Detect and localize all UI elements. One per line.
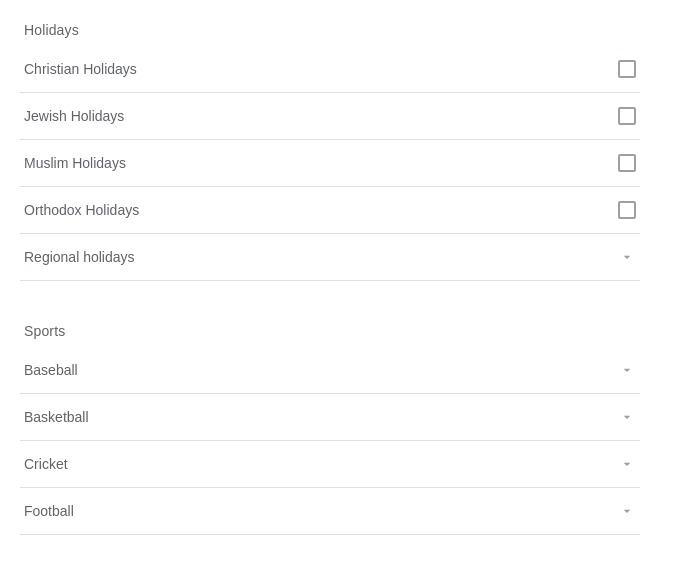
baseball-chevron-icon [618,361,636,379]
section-gap [20,281,640,311]
orthodox-holidays-label: Orthodox Holidays [24,202,139,218]
muslim-holidays-item[interactable]: Muslim Holidays [20,140,640,187]
sports-section: Sports Baseball Basketball Cricket [20,311,640,535]
holidays-section-title: Holidays [20,10,640,46]
football-chevron-icon [618,502,636,520]
muslim-holidays-checkbox[interactable] [618,154,636,172]
regional-holidays-item[interactable]: Regional holidays [20,234,640,281]
basketball-item[interactable]: Basketball [20,394,640,441]
christian-holidays-item[interactable]: Christian Holidays [20,46,640,93]
basketball-label: Basketball [24,409,89,425]
orthodox-holidays-item[interactable]: Orthodox Holidays [20,187,640,234]
holidays-section: Holidays Christian Holidays Jewish Holid… [20,10,640,281]
basketball-chevron-icon [618,408,636,426]
muslim-holidays-label: Muslim Holidays [24,155,126,171]
cricket-item[interactable]: Cricket [20,441,640,488]
christian-holidays-label: Christian Holidays [24,61,137,77]
football-label: Football [24,503,74,519]
sports-section-title: Sports [20,311,640,347]
cricket-label: Cricket [24,456,68,472]
baseball-item[interactable]: Baseball [20,347,640,394]
jewish-holidays-checkbox[interactable] [618,107,636,125]
jewish-holidays-item[interactable]: Jewish Holidays [20,93,640,140]
cricket-chevron-icon [618,455,636,473]
main-container: Holidays Christian Holidays Jewish Holid… [0,0,660,545]
orthodox-holidays-checkbox[interactable] [618,201,636,219]
regional-holidays-label: Regional holidays [24,249,135,265]
baseball-label: Baseball [24,362,78,378]
jewish-holidays-label: Jewish Holidays [24,108,124,124]
football-item[interactable]: Football [20,488,640,535]
christian-holidays-checkbox[interactable] [618,60,636,78]
regional-holidays-chevron-icon [618,248,636,266]
